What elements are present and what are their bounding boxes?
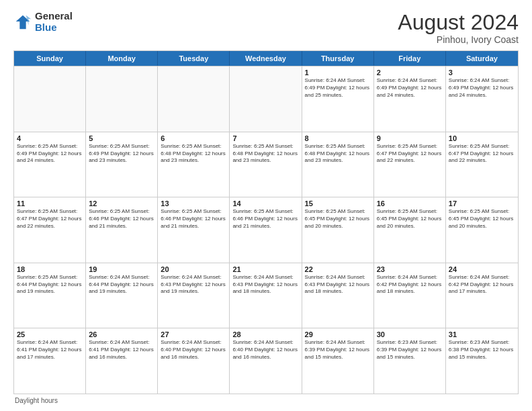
day-info: Sunrise: 6:25 AM Sunset: 6:49 PM Dayligh… — [89, 143, 154, 165]
day-number: 19 — [89, 265, 154, 273]
calendar-cell: 2Sunrise: 6:24 AM Sunset: 6:49 PM Daylig… — [374, 66, 446, 132]
calendar: Sunday Monday Tuesday Wednesday Thursday… — [13, 50, 519, 394]
calendar-cell: 13Sunrise: 6:25 AM Sunset: 6:46 PM Dayli… — [158, 197, 230, 263]
day-number: 12 — [89, 199, 154, 208]
day-info: Sunrise: 6:25 AM Sunset: 6:45 PM Dayligh… — [377, 208, 443, 230]
calendar-cell: 3Sunrise: 6:24 AM Sunset: 6:49 PM Daylig… — [446, 66, 518, 132]
header: General Blue August 2024 Pinhou, Ivory C… — [13, 11, 519, 45]
calendar-cell: 24Sunrise: 6:24 AM Sunset: 6:42 PM Dayli… — [446, 263, 518, 328]
day-info: Sunrise: 6:24 AM Sunset: 6:43 PM Dayligh… — [305, 274, 371, 295]
calendar-cell: 14Sunrise: 6:25 AM Sunset: 6:46 PM Dayli… — [230, 197, 302, 263]
calendar-cell: 8Sunrise: 6:25 AM Sunset: 6:48 PM Daylig… — [302, 132, 374, 197]
day-info: Sunrise: 6:23 AM Sunset: 6:38 PM Dayligh… — [449, 339, 515, 361]
calendar-cell: 12Sunrise: 6:25 AM Sunset: 6:46 PM Dayli… — [86, 197, 158, 263]
day-number: 31 — [449, 330, 515, 338]
calendar-cell: 18Sunrise: 6:25 AM Sunset: 6:44 PM Dayli… — [14, 263, 86, 328]
calendar-cell: 30Sunrise: 6:23 AM Sunset: 6:39 PM Dayli… — [374, 328, 446, 394]
calendar-header: Sunday Monday Tuesday Wednesday Thursday… — [14, 51, 518, 66]
calendar-cell: 16Sunrise: 6:25 AM Sunset: 6:45 PM Dayli… — [374, 197, 446, 263]
day-number: 21 — [232, 265, 298, 273]
calendar-cell — [230, 66, 302, 132]
calendar-cell: 9Sunrise: 6:25 AM Sunset: 6:47 PM Daylig… — [374, 132, 446, 197]
day-number: 27 — [161, 330, 226, 338]
calendar-cell: 31Sunrise: 6:23 AM Sunset: 6:38 PM Dayli… — [446, 328, 518, 394]
logo-icon — [13, 13, 32, 32]
day-info: Sunrise: 6:24 AM Sunset: 6:42 PM Dayligh… — [377, 274, 443, 295]
day-info: Sunrise: 6:25 AM Sunset: 6:45 PM Dayligh… — [305, 208, 371, 230]
day-number: 23 — [377, 265, 443, 273]
calendar-cell: 15Sunrise: 6:25 AM Sunset: 6:45 PM Dayli… — [302, 197, 374, 263]
calendar-body: 1Sunrise: 6:24 AM Sunset: 6:49 PM Daylig… — [14, 66, 518, 394]
header-wednesday: Wednesday — [230, 51, 302, 66]
calendar-cell: 23Sunrise: 6:24 AM Sunset: 6:42 PM Dayli… — [374, 263, 446, 328]
calendar-cell — [158, 66, 230, 132]
calendar-cell — [86, 66, 158, 132]
day-number: 1 — [305, 68, 371, 77]
day-number: 29 — [305, 330, 371, 338]
day-info: Sunrise: 6:24 AM Sunset: 6:49 PM Dayligh… — [377, 77, 443, 99]
day-number: 20 — [161, 265, 226, 273]
day-info: Sunrise: 6:24 AM Sunset: 6:49 PM Dayligh… — [305, 77, 371, 99]
calendar-row-0: 1Sunrise: 6:24 AM Sunset: 6:49 PM Daylig… — [14, 66, 518, 132]
calendar-cell: 1Sunrise: 6:24 AM Sunset: 6:49 PM Daylig… — [302, 66, 374, 132]
calendar-cell: 26Sunrise: 6:24 AM Sunset: 6:41 PM Dayli… — [86, 328, 158, 394]
logo-general: General — [35, 11, 73, 22]
day-info: Sunrise: 6:25 AM Sunset: 6:46 PM Dayligh… — [89, 208, 154, 230]
day-number: 16 — [377, 199, 443, 208]
logo-blue: Blue — [35, 22, 73, 34]
day-number: 4 — [17, 134, 83, 142]
day-info: Sunrise: 6:25 AM Sunset: 6:49 PM Dayligh… — [17, 143, 83, 165]
day-info: Sunrise: 6:24 AM Sunset: 6:40 PM Dayligh… — [232, 339, 298, 361]
day-number: 8 — [305, 134, 371, 142]
day-number: 17 — [449, 199, 515, 208]
day-number: 18 — [17, 265, 83, 273]
calendar-cell: 19Sunrise: 6:24 AM Sunset: 6:44 PM Dayli… — [86, 263, 158, 328]
day-number: 7 — [232, 134, 298, 142]
main-title: August 2024 — [398, 11, 519, 34]
day-number: 13 — [161, 199, 226, 208]
day-info: Sunrise: 6:25 AM Sunset: 6:46 PM Dayligh… — [232, 208, 298, 230]
day-info: Sunrise: 6:25 AM Sunset: 6:47 PM Dayligh… — [377, 143, 443, 165]
day-number: 25 — [17, 330, 83, 338]
calendar-cell: 6Sunrise: 6:25 AM Sunset: 6:48 PM Daylig… — [158, 132, 230, 197]
calendar-cell: 5Sunrise: 6:25 AM Sunset: 6:49 PM Daylig… — [86, 132, 158, 197]
calendar-row-2: 11Sunrise: 6:25 AM Sunset: 6:47 PM Dayli… — [14, 197, 518, 263]
day-number: 26 — [89, 330, 154, 338]
day-number: 24 — [449, 265, 515, 273]
page: General Blue August 2024 Pinhou, Ivory C… — [0, 0, 532, 411]
calendar-cell: 27Sunrise: 6:24 AM Sunset: 6:40 PM Dayli… — [158, 328, 230, 394]
day-number: 3 — [449, 68, 515, 77]
day-info: Sunrise: 6:24 AM Sunset: 6:41 PM Dayligh… — [89, 339, 154, 361]
title-block: August 2024 Pinhou, Ivory Coast — [398, 11, 519, 45]
header-sunday: Sunday — [14, 51, 86, 66]
day-info: Sunrise: 6:25 AM Sunset: 6:48 PM Dayligh… — [161, 143, 226, 165]
day-info: Sunrise: 6:25 AM Sunset: 6:47 PM Dayligh… — [17, 208, 83, 230]
day-info: Sunrise: 6:25 AM Sunset: 6:46 PM Dayligh… — [161, 208, 226, 230]
calendar-cell: 29Sunrise: 6:24 AM Sunset: 6:39 PM Dayli… — [302, 328, 374, 394]
header-friday: Friday — [374, 51, 446, 66]
day-number: 30 — [377, 330, 443, 338]
day-number: 11 — [17, 199, 83, 208]
day-info: Sunrise: 6:24 AM Sunset: 6:39 PM Dayligh… — [305, 339, 371, 361]
day-info: Sunrise: 6:24 AM Sunset: 6:43 PM Dayligh… — [161, 274, 226, 295]
header-monday: Monday — [86, 51, 158, 66]
day-number: 28 — [232, 330, 298, 338]
header-tuesday: Tuesday — [158, 51, 230, 66]
calendar-cell: 10Sunrise: 6:25 AM Sunset: 6:47 PM Dayli… — [446, 132, 518, 197]
calendar-row-3: 18Sunrise: 6:25 AM Sunset: 6:44 PM Dayli… — [14, 263, 518, 328]
day-info: Sunrise: 6:23 AM Sunset: 6:39 PM Dayligh… — [377, 339, 443, 361]
header-thursday: Thursday — [302, 51, 374, 66]
day-info: Sunrise: 6:25 AM Sunset: 6:45 PM Dayligh… — [449, 208, 515, 230]
day-info: Sunrise: 6:25 AM Sunset: 6:48 PM Dayligh… — [305, 143, 371, 165]
calendar-row-1: 4Sunrise: 6:25 AM Sunset: 6:49 PM Daylig… — [14, 132, 518, 197]
calendar-row-4: 25Sunrise: 6:24 AM Sunset: 6:41 PM Dayli… — [14, 328, 518, 394]
calendar-cell: 22Sunrise: 6:24 AM Sunset: 6:43 PM Dayli… — [302, 263, 374, 328]
logo: General Blue — [13, 11, 73, 33]
calendar-cell: 7Sunrise: 6:25 AM Sunset: 6:48 PM Daylig… — [230, 132, 302, 197]
day-info: Sunrise: 6:25 AM Sunset: 6:47 PM Dayligh… — [449, 143, 515, 165]
day-number: 5 — [89, 134, 154, 142]
logo-text: General Blue — [35, 11, 73, 33]
calendar-cell: 21Sunrise: 6:24 AM Sunset: 6:43 PM Dayli… — [230, 263, 302, 328]
day-number: 6 — [161, 134, 226, 142]
day-number: 9 — [377, 134, 443, 142]
